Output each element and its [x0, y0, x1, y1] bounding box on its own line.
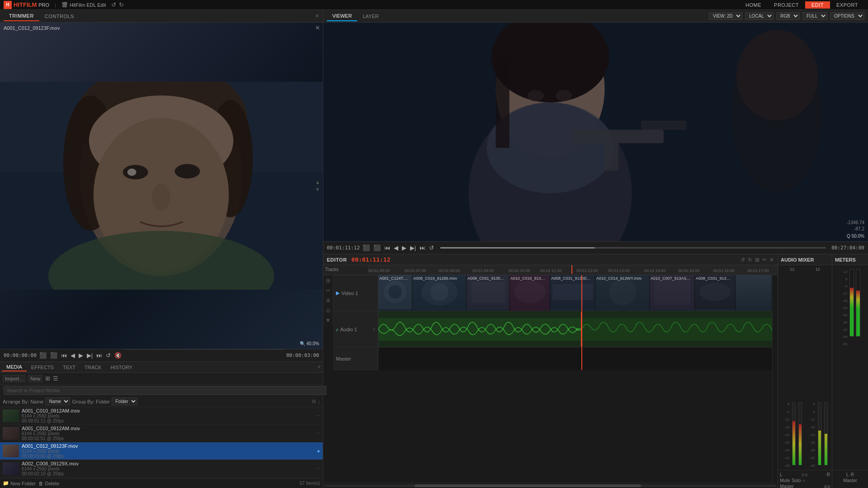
- ctrl-snap-btn[interactable]: ⊞: [325, 277, 332, 284]
- bottom-left-panel: MEDIA EFFECTS TEXT TRACK HISTORY ✕ Impor…: [0, 361, 323, 488]
- video-clip[interactable]: A008_C031_913DU.mov: [695, 275, 736, 311]
- solo-label[interactable]: Solo: [792, 478, 801, 483]
- step-fwd-btn[interactable]: ▶|: [86, 352, 94, 359]
- new-folder-button[interactable]: 📁 New Folder: [3, 480, 36, 486]
- timeline-horizontal-scrollbar[interactable]: [323, 483, 778, 488]
- grid-view-icon[interactable]: ⊞: [45, 375, 50, 382]
- delete-media-button[interactable]: 🗑 Delete: [38, 481, 59, 486]
- loop-btn[interactable]: ↺: [105, 352, 112, 359]
- editor-panel: EDITOR 00:01:11:12 ↺ ↻ ⊞ ✂ ✕ T: [323, 254, 778, 488]
- viewer-progress-bar[interactable]: [440, 247, 826, 249]
- text-tab[interactable]: TEXT: [58, 364, 80, 371]
- media-item-action-icon[interactable]: ⋯: [315, 466, 320, 472]
- arrange-dropdown[interactable]: Name: [45, 398, 70, 405]
- media-item-action-icon[interactable]: ⋯: [315, 413, 320, 419]
- full-mode-dropdown[interactable]: FULL: [802, 12, 827, 20]
- video-clip[interactable]: A010_C007_913AS.mov: [650, 275, 695, 311]
- group-dropdown[interactable]: Folder: [112, 398, 137, 405]
- viewer-step-back[interactable]: ◀: [393, 244, 399, 251]
- video-clip[interactable]: A010_C014_913WY.mov: [595, 275, 650, 311]
- video-track-icon: ▶: [336, 290, 340, 296]
- list-item[interactable]: A002_C008_09129X.mov 6144 x 2592 pixels …: [0, 460, 323, 478]
- nav-edit[interactable]: EDIT: [805, 1, 830, 9]
- preview-down-arrow[interactable]: ▼: [315, 187, 320, 192]
- viewer-mark-in[interactable]: ⬛: [362, 244, 371, 251]
- media-search-input[interactable]: [4, 386, 326, 395]
- trimmer-tab[interactable]: TRIMMER: [4, 11, 39, 21]
- video-clip[interactable]: A001_C124T.mov: [378, 275, 412, 311]
- ctrl-razor-btn[interactable]: ✂: [325, 287, 332, 294]
- editor-icon3[interactable]: ⊞: [755, 257, 760, 263]
- ctrl-magnet-btn[interactable]: ⊕: [325, 297, 332, 304]
- scrollbar-thumb[interactable]: [415, 484, 641, 487]
- nav-export[interactable]: EXPORT: [830, 1, 864, 9]
- nav-project[interactable]: PROJECT: [768, 1, 805, 9]
- next-frame-btn[interactable]: ⏭: [95, 352, 103, 359]
- viewer-prev[interactable]: ⏮: [383, 244, 391, 251]
- effects-tab[interactable]: EFFECTS: [27, 364, 58, 371]
- media-toolbar: Import... New ⊞ ☰: [0, 373, 323, 385]
- media-item-action-icon[interactable]: ●: [317, 448, 320, 454]
- arrange-icons: ⊞: [312, 399, 316, 404]
- audio-track: [378, 311, 772, 347]
- list-item[interactable]: A001_C010_0912AM.mov 6144 x 2592 pixels …: [0, 407, 323, 425]
- mixer-toggle-icon[interactable]: ○: [802, 478, 805, 483]
- redo-icon[interactable]: ↻: [119, 1, 124, 8]
- viewer-zoom-level: Q 50.0%: [847, 234, 864, 239]
- media-item-count: 57 Item(s): [300, 481, 320, 486]
- undo-icon[interactable]: ↺: [111, 1, 116, 8]
- viewer-next[interactable]: ⏭: [419, 244, 426, 251]
- meters-header: METERS: [832, 254, 868, 265]
- viewer-step-fwd[interactable]: ▶|: [409, 244, 417, 251]
- prev-frame-btn[interactable]: ⏮: [60, 352, 68, 359]
- mark-in-btn[interactable]: ⬛: [38, 352, 47, 359]
- timeline-vertical-scrollbar[interactable]: [772, 275, 778, 483]
- video-clip[interactable]: A010_C016_9133U.mov: [509, 275, 550, 311]
- media-item-action-icon[interactable]: ⋯: [315, 431, 320, 436]
- local-dropdown[interactable]: LOCAL: [745, 12, 774, 20]
- nav-home[interactable]: HOME: [739, 1, 768, 9]
- mark-out-btn[interactable]: ⬛: [49, 352, 58, 359]
- editor-icon2[interactable]: ↻: [748, 257, 752, 263]
- bottom-panel-close[interactable]: ✕: [317, 364, 321, 370]
- video-clip[interactable]: A008_C031_9130DU.mov: [550, 275, 595, 311]
- media-footer: 📁 New Folder 🗑 Delete 57 Item(s): [0, 478, 323, 488]
- history-tab[interactable]: HISTORY: [106, 364, 137, 371]
- viewer-loop[interactable]: ↺: [428, 244, 435, 251]
- play-btn[interactable]: ▶: [78, 352, 84, 359]
- list-item[interactable]: A001_C010_0912AM.mov 6144 x 2592 pixels …: [0, 425, 323, 442]
- import-button[interactable]: Import...: [3, 375, 25, 382]
- mute-audio-btn[interactable]: 🔇: [113, 352, 123, 359]
- ctrl-lock-btn[interactable]: ⊝: [325, 307, 332, 314]
- controls-tab[interactable]: CONTROLS: [39, 12, 80, 21]
- new-media-button[interactable]: New: [28, 375, 42, 382]
- viewer-mark-out[interactable]: ⬛: [373, 244, 382, 251]
- editor-icon1[interactable]: ↺: [741, 257, 745, 263]
- video-clip[interactable]: A008_C031_9130DU.mov: [467, 275, 509, 311]
- viewer-area: VIEWER LAYER VIEW: 2D LOCAL RGB FULL: [323, 10, 868, 254]
- video-clip[interactable]: A008_C019_91286.mov: [412, 275, 467, 311]
- color-mode-dropdown[interactable]: RGB: [776, 12, 800, 20]
- scale-mark: -36: [782, 448, 789, 452]
- meter-scale-mark: -4: [840, 284, 848, 288]
- options-dropdown[interactable]: OPTIONS: [830, 12, 864, 20]
- view-mode-dropdown[interactable]: VIEW: 2D: [709, 12, 742, 20]
- media-tab[interactable]: MEDIA: [2, 363, 27, 371]
- preview-close-button[interactable]: ✕: [315, 24, 320, 31]
- layer-tab[interactable]: LAYER: [357, 12, 384, 21]
- meter-level-bar: [799, 424, 802, 465]
- audio-track-icon: ♪: [336, 327, 339, 332]
- editor-icon4[interactable]: ✂: [762, 257, 767, 263]
- viewer-tab[interactable]: VIEWER: [327, 11, 357, 21]
- preview-up-arrow[interactable]: ▲: [315, 179, 320, 185]
- viewer-play[interactable]: ▶: [401, 244, 407, 251]
- timeline-container: Tracks 00:01:05:00 00:01:07:00 00:01:08:…: [323, 265, 778, 488]
- track-tab[interactable]: TRACK: [80, 364, 106, 371]
- mute-label[interactable]: Mute: [780, 478, 790, 483]
- list-view-icon[interactable]: ☰: [53, 375, 58, 382]
- editor-close-icon[interactable]: ✕: [769, 257, 774, 263]
- panel-close-btn[interactable]: ✕: [315, 13, 319, 19]
- ctrl-down-btn[interactable]: ▼: [325, 317, 332, 324]
- step-back-btn[interactable]: ◀: [70, 352, 76, 359]
- list-item-selected[interactable]: A001_C012_09123F.mov 6144 x 2592 pixels …: [0, 442, 323, 460]
